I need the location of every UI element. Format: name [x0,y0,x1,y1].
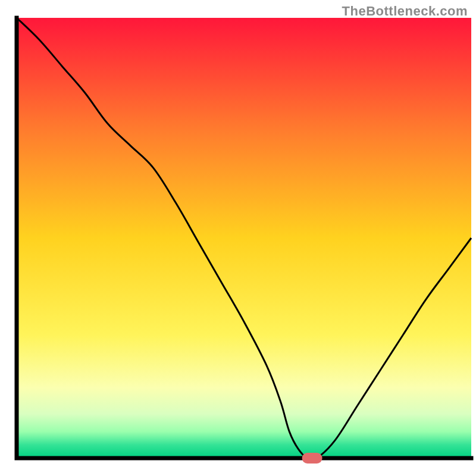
bottleneck-chart [0,0,476,476]
chart-container: TheBottleneck.com [0,0,476,476]
optimal-marker [302,453,322,464]
attribution-label: TheBottleneck.com [342,4,468,19]
plot-background [17,18,471,458]
